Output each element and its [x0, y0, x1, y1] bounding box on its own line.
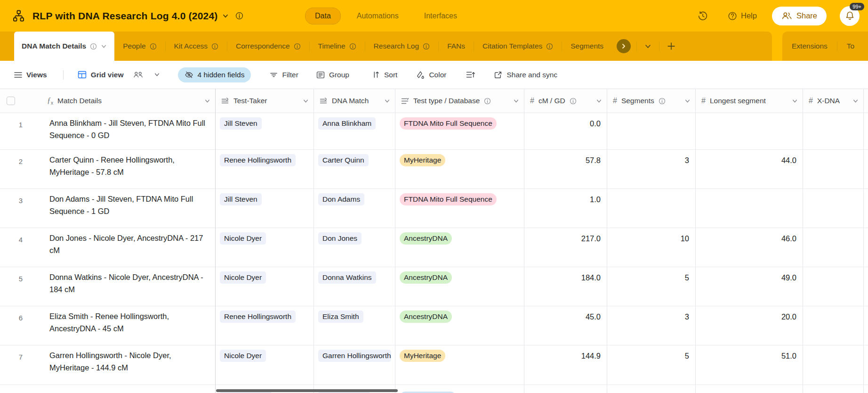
cell-test-type[interactable]: FTDNA Mito Full Sequence [395, 189, 524, 228]
cell-longest-segment[interactable] [696, 113, 803, 150]
views-button[interactable]: Views [14, 71, 47, 79]
cell-test-taker[interactable]: Nicole Dyer [216, 345, 314, 385]
column-header-dna-match[interactable]: DNA Match [314, 89, 395, 113]
cell-match-details[interactable]: Don Jones - Nicole Dyer, AncestryDNA - 2… [41, 228, 216, 267]
tab-fans[interactable]: FANs [439, 32, 474, 61]
cell-test-type[interactable]: FTDNA Mito Full Sequence [395, 113, 524, 150]
tab-segments[interactable]: Segments [562, 32, 612, 61]
row-number[interactable]: 5 [0, 267, 41, 306]
tab-correspondence[interactable]: Correspondence [227, 32, 309, 61]
horizontal-scrollbar[interactable] [216, 389, 398, 392]
cell-x-dna[interactable] [803, 113, 864, 150]
cell-segments[interactable] [607, 385, 696, 393]
cell-segments[interactable]: 5 [607, 267, 696, 306]
row-number[interactable]: 6 [0, 306, 41, 345]
row-number[interactable]: 7 [0, 345, 41, 385]
row-number[interactable]: 3 [0, 189, 41, 228]
cell-segments[interactable]: 3 [607, 306, 696, 345]
column-chevron-down-icon[interactable] [596, 98, 602, 104]
topbar-nav-interfaces[interactable]: Interfaces [415, 8, 466, 24]
cell-match-details[interactable]: Donna Watkins - Nicole Dyer, AncestryDNA… [41, 267, 216, 306]
cell-test-type[interactable]: AncestryDNA [395, 267, 524, 306]
column-header-test-taker[interactable]: Test-Taker [216, 89, 314, 113]
cell-dna-match[interactable]: Donna Watkins [314, 267, 395, 306]
history-icon[interactable] [698, 11, 708, 21]
tools-button[interactable]: To [837, 42, 864, 50]
cell-test-type[interactable]: MyHeritage [395, 345, 524, 385]
cell-dna-match[interactable]: Don Adams [314, 189, 395, 228]
tab-kit-access[interactable]: Kit Access [166, 32, 227, 61]
cell-test-type[interactable]: AncestryDNA [395, 306, 524, 345]
cell-x-dna[interactable] [803, 306, 864, 345]
cell-longest-segment[interactable] [696, 385, 803, 393]
cell-dna-match[interactable]: Carter Quinn [314, 150, 395, 189]
cell-x-dna[interactable] [803, 189, 864, 228]
cell-test-taker[interactable]: Renee Hollingsworth [216, 150, 314, 189]
column-chevron-down-icon[interactable] [792, 98, 798, 104]
cell-segments[interactable]: 10 [607, 228, 696, 267]
share-and-sync-button[interactable]: Share and sync [494, 71, 557, 79]
hidden-fields-button[interactable]: 4 hidden fields [178, 67, 251, 82]
cell-x-dna[interactable] [803, 267, 864, 306]
cell-test-taker[interactable]: Jill Steven [216, 113, 314, 150]
cell-match-details[interactable]: Anna Blinkham - Jill Steven, FTDNA Mito … [41, 113, 216, 150]
tab-chevron-down-icon[interactable] [101, 43, 107, 49]
cell-cm-gd[interactable]: 0.0 [524, 113, 607, 150]
column-header-longest-segment[interactable]: #Longest segment [696, 89, 803, 113]
share-button[interactable]: Share [772, 7, 827, 25]
cell-segments[interactable]: 3 [607, 150, 696, 189]
cell-cm-gd[interactable]: 45.0 [524, 306, 607, 345]
cell-x-dna[interactable] [803, 385, 864, 393]
column-chevron-down-icon[interactable] [684, 98, 691, 104]
cell-cm-gd[interactable]: 144.9 [524, 345, 607, 385]
tab-dna-match-details[interactable]: DNA Match Details [14, 32, 114, 61]
color-button[interactable]: Color [416, 71, 446, 79]
row-height-button[interactable] [466, 71, 475, 79]
cell-segments[interactable]: 5 [607, 345, 696, 385]
cell-longest-segment[interactable]: 44.0 [696, 150, 803, 189]
cell-test-type[interactable]: MyHeritage [395, 150, 524, 189]
cell-test-taker[interactable]: Renee Hollingsworth [216, 306, 314, 345]
cell-match-details[interactable]: Eliza Smith - Renee Hollingsworth, Ances… [41, 306, 216, 345]
cell-test-taker[interactable]: Nicole Dyer [216, 267, 314, 306]
row-number[interactable] [0, 385, 41, 393]
add-table-plus-icon[interactable] [659, 32, 683, 61]
column-header-x-dna[interactable]: #X-DNA [803, 89, 864, 113]
cell-cm-gd[interactable]: 57.8 [524, 150, 607, 189]
base-title-chevron-down-icon[interactable] [222, 13, 229, 19]
column-header-test-type-database[interactable]: Test type / Database [395, 89, 524, 113]
cell-x-dna[interactable] [803, 345, 864, 385]
sort-button[interactable]: Sort [372, 71, 397, 79]
cell-test-taker[interactable]: Jill Steven [216, 189, 314, 228]
column-chevron-down-icon[interactable] [204, 98, 210, 104]
cell-test-type[interactable]: AncestryDNA [395, 228, 524, 267]
help-button[interactable]: Help [728, 11, 757, 21]
column-chevron-down-icon[interactable] [852, 98, 859, 104]
cell-test-type[interactable] [395, 385, 524, 393]
cell-match-details[interactable]: Don Adams - Jill Steven, FTDNA Mito Full… [41, 189, 216, 228]
row-number[interactable]: 4 [0, 228, 41, 267]
column-chevron-down-icon[interactable] [303, 98, 309, 104]
cell-longest-segment[interactable]: 49.0 [696, 267, 803, 306]
tab-timeline[interactable]: Timeline [310, 32, 365, 61]
cell-longest-segment[interactable] [696, 189, 803, 228]
row-number[interactable]: 2 [0, 150, 41, 189]
cell-match-details[interactable] [41, 385, 216, 393]
cell-longest-segment[interactable]: 51.0 [696, 345, 803, 385]
cell-cm-gd[interactable] [524, 385, 607, 393]
cell-segments[interactable] [607, 189, 696, 228]
tab-research-log[interactable]: Research Log [365, 32, 439, 61]
cell-x-dna[interactable] [803, 228, 864, 267]
filter-button[interactable]: Filter [270, 71, 298, 79]
cell-x-dna[interactable] [803, 150, 864, 189]
column-chevron-down-icon[interactable] [513, 98, 519, 104]
column-header-segments[interactable]: #Segments [607, 89, 696, 113]
cell-test-taker[interactable]: Nicole Dyer [216, 228, 314, 267]
cell-match-details[interactable]: Carter Quinn - Renee Hollingsworth, MyHe… [41, 150, 216, 189]
tab-scroll-right-icon[interactable] [617, 39, 631, 53]
column-header-match-details[interactable]: ƒxMatch Details [41, 89, 216, 113]
column-chevron-down-icon[interactable] [384, 98, 390, 104]
view-chevron-down-icon[interactable] [154, 72, 160, 78]
topbar-nav-data[interactable]: Data [305, 8, 341, 25]
cell-longest-segment[interactable]: 46.0 [696, 228, 803, 267]
